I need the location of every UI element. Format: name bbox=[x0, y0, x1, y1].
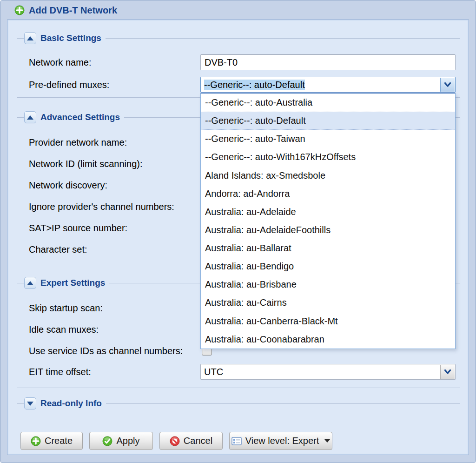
check-icon bbox=[102, 436, 112, 446]
network-name-value: DVB-T0 bbox=[205, 57, 238, 68]
dropdown-option[interactable]: Australia: au-Brisbane bbox=[201, 275, 455, 294]
create-button[interactable]: Create bbox=[20, 432, 83, 450]
dropdown-option[interactable]: Australia: au-Adelaide bbox=[201, 203, 455, 221]
dialog-title: Add DVB-T Network bbox=[29, 5, 117, 16]
chevron-down-icon bbox=[443, 369, 452, 375]
create-button-label: Create bbox=[45, 436, 73, 446]
eit-time-offset-value: UTC bbox=[201, 367, 223, 377]
dropdown-option[interactable]: Australia: au-Canberra-Black-Mt bbox=[201, 312, 455, 330]
dropdown-option[interactable]: Australia: au-AdelaideFoothills bbox=[201, 221, 455, 239]
apply-button-label: Apply bbox=[116, 436, 139, 446]
expert-settings-title: Expert Settings bbox=[36, 278, 109, 288]
chevron-up-icon bbox=[27, 36, 33, 40]
collapse-expert-button[interactable] bbox=[24, 277, 36, 289]
form-panel: Basic Settings Network name: DVB-T0 Pre-… bbox=[7, 19, 469, 455]
chevron-down-icon bbox=[27, 402, 33, 406]
basic-settings-fieldset: Basic Settings Network name: DVB-T0 Pre-… bbox=[17, 32, 460, 98]
dropdown-option[interactable]: --Generic--: auto-Australia bbox=[201, 94, 455, 112]
add-icon bbox=[14, 5, 25, 15]
dropdown-option[interactable]: Australia: au-Coonabarabran bbox=[201, 330, 455, 349]
dropdown-option[interactable]: --Generic--: auto-Default bbox=[201, 112, 455, 130]
view-detail-icon bbox=[231, 436, 242, 446]
collapse-advanced-button[interactable] bbox=[24, 111, 36, 123]
add-icon bbox=[31, 436, 41, 446]
dropdown-option[interactable]: Andorra: ad-Andorra bbox=[201, 185, 455, 203]
cancel-button[interactable]: Cancel bbox=[159, 432, 223, 450]
eit-time-offset-trigger-button[interactable] bbox=[440, 365, 455, 379]
cancel-button-label: Cancel bbox=[184, 436, 212, 446]
predefined-muxes-value: --Generic--: auto-Default bbox=[204, 80, 305, 90]
legend-line bbox=[106, 403, 460, 404]
dialog-titlebar: Add DVB-T Network bbox=[14, 4, 117, 16]
muxes-dropdown-list: --Generic--: auto-Australia--Generic--: … bbox=[200, 93, 456, 349]
view-level-button[interactable]: View level: Expert bbox=[229, 432, 332, 450]
readonly-info-fieldset: Read-only Info bbox=[17, 397, 460, 409]
chevron-up-icon bbox=[27, 281, 33, 285]
predefined-muxes-trigger-button[interactable] bbox=[440, 78, 455, 92]
legend-line bbox=[17, 38, 24, 39]
readonly-info-title: Read-only Info bbox=[36, 398, 106, 409]
predefined-muxes-label: Pre-defined muxes: bbox=[29, 77, 109, 93]
basic-settings-title: Basic Settings bbox=[36, 33, 106, 43]
eit-time-offset-label: EIT time offset: bbox=[29, 364, 91, 380]
cancel-icon bbox=[170, 436, 180, 446]
legend-line bbox=[17, 403, 24, 404]
legend-line bbox=[17, 283, 24, 283]
expand-readonly-button[interactable] bbox=[24, 397, 36, 409]
eit-time-offset-combobox[interactable]: UTC bbox=[200, 364, 456, 380]
apply-button[interactable]: Apply bbox=[89, 432, 153, 450]
network-name-input[interactable]: DVB-T0 bbox=[200, 54, 456, 70]
dropdown-option[interactable]: --Generic--: auto-Taiwan bbox=[201, 130, 455, 148]
add-dvbt-network-dialog: Add DVB-T Network Basic Settings Network… bbox=[0, 0, 476, 463]
dropdown-option[interactable]: Australia: au-Cairns bbox=[201, 294, 455, 312]
caret-down-icon bbox=[324, 439, 330, 443]
dropdown-option[interactable]: Aland Islands: ax-Smedsbole bbox=[201, 167, 455, 185]
dropdown-option[interactable]: --Generic--: auto-With167kHzOffsets bbox=[201, 148, 455, 166]
chevron-down-icon bbox=[443, 81, 452, 88]
legend-line bbox=[106, 38, 460, 39]
dropdown-option[interactable]: Australia: au-Ballarat bbox=[201, 239, 455, 257]
dropdown-option[interactable]: Australia: au-Bendigo bbox=[201, 257, 455, 275]
legend-line bbox=[17, 117, 24, 118]
network-name-label: Network name: bbox=[29, 54, 92, 70]
advanced-settings-title: Advanced Settings bbox=[36, 112, 124, 122]
footer-toolbar: Create Apply Cancel bbox=[20, 432, 332, 450]
predefined-muxes-combobox[interactable]: --Generic--: auto-Default bbox=[200, 77, 456, 93]
chevron-up-icon bbox=[27, 115, 33, 120]
collapse-basic-button[interactable] bbox=[24, 32, 36, 44]
view-level-button-label: View level: Expert bbox=[245, 436, 319, 446]
